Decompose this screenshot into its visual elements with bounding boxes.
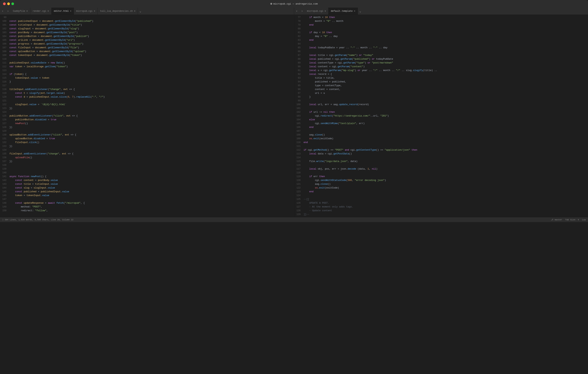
left-code-scroll[interactable]: 99100const publishedInput = document.get…: [0, 15, 294, 217]
code-line: 124: [294, 194, 588, 197]
main-content: 99100const publishedInput = document.get…: [0, 15, 588, 217]
line-content: const publishButton = document.getElemen…: [10, 34, 294, 38]
tab-caddyfile[interactable]: Caddyfile ×: [10, 8, 30, 15]
line-number: 88: [294, 57, 304, 61]
tab-close-render[interactable]: ×: [47, 10, 49, 12]
line-content: [10, 16, 294, 19]
close-button[interactable]: [3, 2, 6, 5]
line-number: 101: [294, 107, 304, 110]
branch-indicator[interactable]: ⎇ master: [551, 218, 562, 221]
status-bar: □ 394 Lines, 1,020 Words, 6,595 Chars, L…: [0, 217, 588, 222]
line-number: 99: [294, 99, 304, 103]
minimize-button[interactable]: [7, 2, 10, 5]
line-number: 110: [294, 140, 304, 144]
code-line: 110: [0, 57, 294, 61]
code-line: 99: [0, 16, 294, 19]
code-line: 127 newPost(): [0, 122, 294, 125]
line-content: publishButton.addEventListener("click", …: [10, 114, 294, 118]
code-line: 89 local contentType = cgi.getParam("typ…: [294, 61, 588, 65]
code-line: 93 title = title,: [294, 76, 588, 80]
line-number: 117: [294, 167, 304, 171]
line-content: url = u: [304, 91, 588, 95]
line-number: 107: [0, 46, 10, 50]
tab-micropub-cgi-left[interactable]: micropub.cgi ×: [74, 8, 98, 15]
tab-forward-btn[interactable]: ›: [5, 9, 10, 14]
code-line: 100const publishedInput = document.getEl…: [0, 19, 294, 23]
code-line: 114if (token) {: [0, 72, 294, 76]
line-content: [10, 167, 294, 171]
tab-close-tall[interactable]: ×: [134, 10, 136, 12]
tab-back-btn[interactable]: ‹: [0, 9, 5, 14]
line-number: 117: [0, 84, 10, 87]
line-content: if day < 10 then: [304, 31, 588, 34]
line-number: 105: [294, 122, 304, 125]
line-content: day = "0" .. day: [304, 34, 588, 38]
tab-tall-lua[interactable]: tall_lua_dependencies.sh ×: [98, 8, 138, 15]
line-number: 102: [294, 110, 304, 114]
line-content: aag.close(): [304, 182, 588, 186]
code-line: 83 end: [294, 38, 588, 42]
line-content: [10, 148, 294, 152]
code-line: 105 cgi.sendWithMime("text/plain", err): [294, 122, 588, 125]
line-number: 80: [294, 27, 304, 31]
tab-close-editor[interactable]: ×: [70, 10, 71, 12]
code-line: 111publishedInput.valueAsDate = new Date…: [0, 61, 294, 65]
line-content: [10, 69, 294, 72]
tab-render-cgi[interactable]: render.cgi ×: [30, 8, 51, 15]
code-line: 111: [294, 144, 588, 148]
code-line: 107const fileInput = document.getElement…: [0, 46, 294, 50]
code-line: 144 const slug = slugInput.value: [0, 186, 294, 190]
line-number: 111: [0, 61, 10, 65]
language-indicator[interactable]: Lua: [582, 219, 586, 221]
tab-back-btn-right[interactable]: ‹: [294, 9, 299, 14]
tab-close-micropub-right[interactable]: ×: [325, 10, 326, 12]
line-number: 102: [0, 27, 10, 31]
code-line: 113 local data = cgi.getPostData(): [294, 152, 588, 156]
tab-close-default[interactable]: ×: [354, 10, 355, 12]
code-line: 115 tokenInput.value = token: [0, 76, 294, 80]
tab-size-indicator[interactable]: Tab Size: 4: [565, 219, 579, 221]
code-line: 125--[[: [294, 197, 588, 201]
line-number: 100: [0, 19, 10, 23]
tab-more-right[interactable]: ⌄: [358, 9, 363, 13]
right-code-scroll[interactable]: 77 if month < 10 then78 month = "0" .. m…: [294, 15, 588, 217]
line-content: [10, 171, 294, 175]
line-content: end: [304, 140, 588, 144]
code-line: 133}): [0, 144, 294, 148]
code-line: 97 url = u: [294, 91, 588, 95]
line-content: const d = publishedInput.value.slice(0, …: [10, 95, 294, 99]
tab-close-micropub[interactable]: ×: [94, 10, 95, 12]
line-number: 130: [0, 133, 10, 137]
line-content: [304, 144, 588, 148]
right-code-pane: 77 if month < 10 then78 month = "0" .. m…: [294, 15, 588, 217]
tab-editor-html[interactable]: editor.html ×: [52, 8, 74, 15]
code-line: 122 os.exit(exitCode): [294, 186, 588, 190]
line-content: const progress = document.getElementById…: [10, 42, 294, 46]
code-line: 82 day = "0" .. day: [294, 34, 588, 38]
line-number: 104: [294, 118, 304, 122]
code-line: 108 aag.close(): [294, 133, 588, 137]
tab-micropub-cgi-right[interactable]: micropub.cgi ×: [305, 8, 329, 15]
tab-close-caddyfile[interactable]: ×: [26, 10, 28, 12]
code-line: 131 uploadButton.disabled = true: [0, 137, 294, 140]
code-line: 137}): [0, 160, 294, 163]
line-content: [10, 99, 294, 103]
code-line: 81 if day < 10 then: [294, 31, 588, 34]
line-number: 108: [0, 50, 10, 53]
left-code-pane: 99100const publishedInput = document.get…: [0, 15, 294, 217]
file-icon: □: [2, 219, 4, 221]
line-content: --[[: [304, 197, 588, 201]
code-line: 77 if month < 10 then: [294, 16, 588, 19]
code-line: 120 const d = publishedInput.value.slice…: [0, 95, 294, 99]
tab-forward-btn-right[interactable]: ›: [299, 9, 305, 14]
code-line: 129]]--: [294, 213, 588, 216]
code-line: 96 content = content,: [294, 87, 588, 91]
line-content: end: [304, 125, 588, 129]
line-number: 116: [0, 80, 10, 84]
tab-more-left[interactable]: ⌄: [138, 9, 143, 13]
code-line: 129: [0, 129, 294, 133]
code-line: 127 - At the moment only adds tags.: [294, 205, 588, 209]
maximize-button[interactable]: [11, 2, 14, 5]
line-content: cgi.redirect("https://andregarzia.com/".…: [304, 114, 588, 118]
tab-default-template[interactable]: default.template ×: [328, 8, 358, 15]
